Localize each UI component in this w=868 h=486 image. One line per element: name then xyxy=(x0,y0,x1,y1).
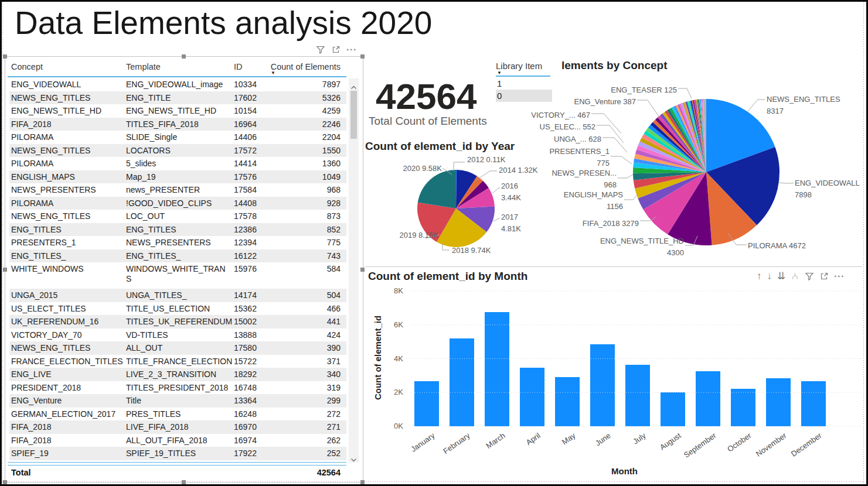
table-row[interactable]: NEWS_PRESENTERSnews_PRESENTER17584968 xyxy=(9,183,346,197)
resize-handle[interactable] xyxy=(182,54,186,59)
bar-december[interactable] xyxy=(801,381,826,426)
column-header[interactable]: ID xyxy=(232,60,268,76)
table-row[interactable]: PILORAMA5_slides144141360 xyxy=(9,157,346,170)
table-row[interactable]: ENG_LIVELIVE_2_3_TRANSITION18292340 xyxy=(9,368,346,381)
focus-mode-icon[interactable] xyxy=(819,272,829,281)
pie-data-label: PRESENTERS_1775 xyxy=(527,146,610,169)
pie-data-label: NEWS_ENG_TITLES8317 xyxy=(767,94,860,117)
table-row[interactable]: FIFA_2018ALL_OUT_FIFA_201816974262 xyxy=(9,434,346,447)
table-cell: ENG_NEWS_TITLE_HD xyxy=(9,104,124,117)
table-cell: NEWS_ENG_TITLES xyxy=(9,341,124,354)
scrollbar-thumb[interactable] xyxy=(350,91,357,139)
y-tick-label: 0K xyxy=(386,422,403,430)
bar-february[interactable] xyxy=(450,338,474,426)
column-header[interactable]: Template xyxy=(124,60,232,76)
table-cell: 14414 xyxy=(232,157,268,170)
scroll-down-icon[interactable] xyxy=(350,454,357,464)
more-options-icon[interactable]: ··· xyxy=(346,47,357,53)
bar-march[interactable] xyxy=(485,312,509,426)
resize-handle[interactable] xyxy=(360,54,365,59)
table-row[interactable]: WHITE_WINDOWSWINDOWS_WHITE_TRANS15976584 xyxy=(9,262,346,289)
bar-may[interactable] xyxy=(555,377,580,426)
resize-handle[interactable] xyxy=(360,480,365,484)
pie-data-label: NEWS_PRESEN...968 xyxy=(535,167,617,191)
table-cell: TITLE_US_ELECTION xyxy=(124,302,232,315)
table-cell: 4259 xyxy=(268,104,346,117)
pie-label-leader xyxy=(748,100,765,111)
bar-july[interactable] xyxy=(625,365,650,426)
table-row[interactable]: GERMAN_ELECTION_2017PRES_TITLES16248272 xyxy=(9,408,346,421)
library-item-row[interactable]: 0 xyxy=(496,90,552,102)
pie-data-label: 2018 9.74K xyxy=(452,245,522,256)
pie-slice[interactable] xyxy=(418,170,456,208)
sort-descending-icon: ▼ xyxy=(270,71,341,75)
bar-october[interactable] xyxy=(731,389,755,426)
table-row[interactable]: PRESIDENT_2018TITLES_PRESIDENT_201816748… xyxy=(9,381,346,395)
table-cell: US_ELECT_TITLES xyxy=(9,302,124,315)
table-row[interactable]: NEWS_ENG_TITLESENG_TITLE176025326 xyxy=(9,91,346,105)
library-item-row[interactable]: 1 xyxy=(496,77,552,90)
resize-handle[interactable] xyxy=(182,480,186,484)
table-row[interactable]: VICTORY_DAY_70VD-TITLES13888424 xyxy=(9,328,346,342)
resize-handle[interactable] xyxy=(3,54,7,59)
table-cell: 968 xyxy=(268,183,346,196)
table-row[interactable]: ENG_VentureTitle13364299 xyxy=(9,394,346,408)
table-cell: !GOOD_VIDEO_CLIPS xyxy=(124,197,232,210)
table-row[interactable]: ENG_NEWS_TITLE_HDENG_NEWS_TITLE_HD101544… xyxy=(9,104,346,118)
pie-data-label: UNGA_... 628 xyxy=(519,134,601,145)
filter-icon[interactable] xyxy=(316,45,325,54)
resize-handle[interactable] xyxy=(3,268,7,272)
go-to-next-level-icon[interactable]: ⇊ xyxy=(777,270,785,282)
table-cell: ENG_TITLES_ xyxy=(124,249,232,262)
table-row[interactable]: FRANCE_ELECTION_TITLESTITLE_FRANCE_ELECT… xyxy=(9,355,346,368)
table-row[interactable]: NEWS_ENG_TITLESLOC_OUT17578873 xyxy=(9,210,346,223)
library-item-header[interactable]: Library Item xyxy=(496,61,542,71)
bar-january[interactable] xyxy=(414,381,439,426)
table-row[interactable]: PILORAMA!GOOD_VIDEO_CLIPS14408928 xyxy=(9,197,346,210)
table-row[interactable]: FIFA_2018LIVE_FIFA_201816970271 xyxy=(9,420,346,434)
drill-up-icon[interactable]: ↑ xyxy=(757,271,762,282)
filter-icon[interactable] xyxy=(805,272,814,281)
resize-handle[interactable] xyxy=(360,268,365,272)
table-row[interactable]: NEWS_ENG_TITLESALL_OUT17580390 xyxy=(9,341,346,355)
more-options-icon[interactable]: ··· xyxy=(834,273,845,279)
expand-all-down-icon[interactable] xyxy=(791,272,799,280)
bar-june[interactable] xyxy=(590,344,615,426)
table-row[interactable]: ENG_VIDEOWALLENG_VIDEOWALL_image10334789… xyxy=(9,78,346,91)
table-cell: 17602 xyxy=(232,91,268,104)
table-row[interactable]: PILORAMASLIDE_Single144062204 xyxy=(9,131,346,144)
table-cell: LIVE_FIFA_2018 xyxy=(124,420,232,433)
table-cell: 18292 xyxy=(232,368,268,381)
bar-september[interactable] xyxy=(696,371,720,426)
table-cell: 371 xyxy=(268,355,346,368)
pie-data-label: ENG_VIDEOWALL7898 xyxy=(795,177,868,201)
table-cell: Map_19 xyxy=(124,170,232,183)
table-row[interactable]: NEWS_ENG_TITLESLOCATORS175721550 xyxy=(9,144,346,158)
bar-april[interactable] xyxy=(520,368,544,426)
table-cell: UNGA_TITLES_ xyxy=(124,289,232,302)
drill-down-icon[interactable]: ↓ xyxy=(767,271,772,282)
column-header[interactable]: Concept xyxy=(9,60,124,76)
table-row[interactable]: US_ELECT_TITLESTITLE_US_ELECTION15362466 xyxy=(9,302,346,316)
table-cell: LOCATORS xyxy=(124,144,232,157)
table-row[interactable]: ENGLISH_MAPSMap_19175761049 xyxy=(9,170,346,184)
pie-label-leader xyxy=(624,194,638,200)
focus-mode-icon[interactable] xyxy=(331,45,341,54)
pie-data-label: 2019 8.15K xyxy=(369,230,438,241)
column-header[interactable]: Count of Elements▼ xyxy=(268,60,346,76)
table-row[interactable]: SPIEF_19SPIEF_19_TITLES17922252 xyxy=(9,447,346,460)
table-cell: 15002 xyxy=(232,315,268,328)
total-label: Total xyxy=(9,466,124,477)
table-cell: 852 xyxy=(268,223,346,236)
table-row[interactable]: UK_REFERENDUM_16TITLES_UK_REFERENDUM1500… xyxy=(9,315,346,328)
resize-handle[interactable] xyxy=(3,480,7,484)
bar-november[interactable] xyxy=(766,378,791,426)
table-row[interactable]: ENG_TITLESENG_TITLES12386852 xyxy=(9,223,346,237)
table-row[interactable]: UNGA_2015UNGA_TITLES_14174504 xyxy=(9,289,346,302)
table-row[interactable]: FIFA_2018TITLES_FIFA_2018169642246 xyxy=(9,118,346,131)
total-value: 42564 xyxy=(268,466,346,477)
bar-august[interactable] xyxy=(661,392,685,426)
table-row[interactable]: ENG_TITLES_ENG_TITLES_16122743 xyxy=(9,249,346,263)
table-row[interactable]: PRESENTERS_1NEWS_PRESENTERS12394775 xyxy=(9,236,346,249)
table-cell: PILORAMA xyxy=(9,131,124,143)
